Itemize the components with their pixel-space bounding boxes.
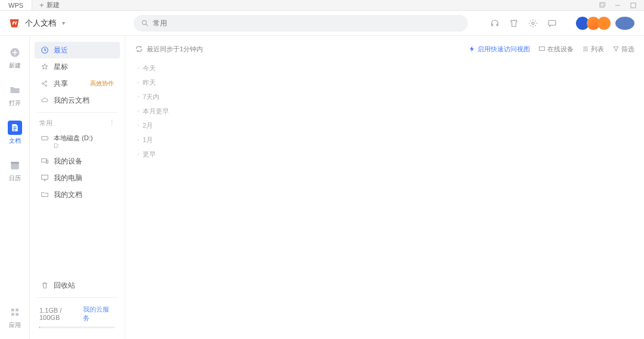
localdisk-sub: D: bbox=[54, 143, 93, 149]
chevron-right-icon: › bbox=[137, 94, 139, 100]
tab-new[interactable]: + 新建 bbox=[32, 0, 67, 10]
user-avatar[interactable] bbox=[614, 16, 636, 31]
svg-rect-7 bbox=[549, 20, 556, 25]
sidebar-group-header: 常用 ⋮ bbox=[32, 116, 122, 130]
plus-circle-icon bbox=[8, 45, 22, 60]
brand-title: 个人文档 bbox=[25, 18, 56, 29]
chevron-right-icon: › bbox=[137, 151, 139, 157]
list-icon bbox=[582, 45, 589, 53]
brand-dropdown-icon[interactable]: ▾ bbox=[62, 20, 65, 26]
window-restore-icon[interactable] bbox=[597, 1, 607, 10]
action-filter[interactable]: 筛选 bbox=[612, 45, 634, 54]
window-titlebar: WPS + 新建 bbox=[0, 0, 644, 11]
topbar: 个人文档 ▾ bbox=[0, 11, 644, 36]
storage-text: 1.1GB / 100GB bbox=[39, 307, 83, 321]
svg-rect-21 bbox=[42, 159, 47, 162]
rail-docs[interactable]: 文档 bbox=[0, 118, 29, 147]
svg-point-6 bbox=[532, 22, 534, 24]
share-badge: 高效协作 bbox=[90, 79, 114, 88]
search-box[interactable] bbox=[134, 15, 468, 32]
time-group-label: 本月更早 bbox=[143, 107, 169, 116]
chevron-right-icon: › bbox=[137, 122, 139, 128]
svg-point-18 bbox=[45, 85, 47, 86]
chevron-right-icon: › bbox=[137, 108, 139, 114]
action-quick-access[interactable]: 启用快速访问视图 bbox=[469, 45, 530, 54]
device-small-icon bbox=[538, 45, 546, 53]
window-controls bbox=[597, 1, 644, 10]
window-maximize-icon[interactable] bbox=[628, 1, 638, 10]
sidebar-devices-label: 我的设备 bbox=[54, 156, 82, 167]
tab-wps[interactable]: WPS bbox=[0, 0, 32, 10]
time-group-label: 昨天 bbox=[143, 78, 156, 87]
svg-point-4 bbox=[142, 20, 146, 24]
left-rail: 新建 打开 文档 日历 应用 bbox=[0, 36, 30, 339]
time-group-row[interactable]: ›2月 bbox=[135, 118, 634, 132]
time-group-row[interactable]: ›昨天 bbox=[135, 75, 634, 90]
folder-docs-icon bbox=[41, 190, 49, 199]
titlebar-tabs: WPS + 新建 bbox=[0, 0, 67, 10]
message-icon[interactable] bbox=[547, 19, 557, 28]
sidebar-item-trash[interactable]: 回收站 bbox=[35, 277, 120, 294]
rail-calendar[interactable]: 日历 bbox=[0, 156, 29, 185]
shirt-icon[interactable] bbox=[509, 19, 519, 28]
svg-rect-13 bbox=[11, 313, 14, 316]
rail-new-label: 新建 bbox=[9, 61, 21, 70]
trash-icon bbox=[41, 281, 49, 289]
search-icon bbox=[141, 19, 149, 27]
sidebar-group-label: 常用 bbox=[39, 119, 53, 128]
more-icon[interactable]: ⋮ bbox=[109, 119, 115, 127]
sidebar-item-share[interactable]: 共享 高效协作 bbox=[35, 75, 120, 92]
sidebar-item-star[interactable]: 星标 bbox=[35, 58, 120, 75]
window-minimize-icon[interactable] bbox=[613, 1, 623, 10]
svg-point-17 bbox=[45, 81, 47, 82]
sidebar-item-localdisk[interactable]: 本地磁盘 (D:) D: bbox=[35, 131, 120, 152]
svg-rect-22 bbox=[46, 160, 48, 163]
time-group-label: 今天 bbox=[143, 64, 156, 73]
top-actions bbox=[490, 16, 636, 31]
svg-rect-24 bbox=[540, 47, 545, 51]
rail-new[interactable]: 新建 bbox=[0, 43, 29, 72]
storage-bar bbox=[39, 326, 115, 328]
search-input[interactable] bbox=[153, 19, 461, 27]
time-group-row[interactable]: ›1月 bbox=[135, 132, 634, 147]
cloud-service-link[interactable]: 我的云服务 bbox=[83, 305, 115, 323]
rail-open[interactable]: 打开 bbox=[0, 81, 29, 110]
main-header: 最近同步于1分钟内 启用快速访问视图 在线设备 列表 筛选 bbox=[135, 42, 634, 56]
clock-icon bbox=[41, 46, 49, 54]
sidebar-item-mydocs[interactable]: 我的文档 bbox=[35, 186, 120, 203]
sync-text: 最近同步于1分钟内 bbox=[147, 45, 203, 54]
time-group-label: 1月 bbox=[143, 135, 153, 144]
sidebar-item-recent[interactable]: 最近 bbox=[35, 42, 120, 58]
search-wrap bbox=[134, 15, 468, 32]
sidebar-item-devices[interactable]: 我的设备 bbox=[35, 153, 120, 170]
svg-rect-11 bbox=[11, 309, 14, 312]
time-group-row[interactable]: ›本月更早 bbox=[135, 104, 634, 118]
chevron-right-icon: › bbox=[137, 137, 139, 143]
rail-apps[interactable]: 应用 bbox=[8, 305, 22, 339]
filter-icon bbox=[612, 45, 620, 53]
sidebar-item-mycloud[interactable]: 我的云文档 bbox=[35, 92, 120, 109]
gear-icon[interactable] bbox=[528, 19, 538, 28]
monitor-icon bbox=[41, 174, 49, 182]
action-list-view[interactable]: 列表 bbox=[582, 45, 604, 54]
localdisk-title: 本地磁盘 (D:) bbox=[54, 134, 93, 143]
svg-rect-14 bbox=[16, 313, 19, 316]
time-group-label: 更早 bbox=[143, 150, 156, 159]
folder-icon bbox=[8, 83, 22, 97]
time-group-row[interactable]: ›更早 bbox=[135, 147, 634, 161]
time-group-row[interactable]: ›7天内 bbox=[135, 90, 634, 104]
headset-icon[interactable] bbox=[490, 19, 500, 28]
main-panel: 最近同步于1分钟内 启用快速访问视图 在线设备 列表 筛选 bbox=[125, 36, 644, 339]
share-icon bbox=[41, 79, 49, 88]
sidebar-computer-label: 我的电脑 bbox=[54, 173, 82, 183]
avatar-group[interactable] bbox=[578, 16, 636, 31]
quick-label: 启用快速访问视图 bbox=[477, 45, 530, 54]
rail-calendar-label: 日历 bbox=[9, 174, 21, 183]
svg-point-16 bbox=[42, 83, 43, 84]
sidebar-item-computer[interactable]: 我的电脑 bbox=[35, 170, 120, 186]
action-online-devices[interactable]: 在线设备 bbox=[538, 45, 574, 54]
brand[interactable]: 个人文档 ▾ bbox=[8, 17, 65, 29]
time-group-row[interactable]: ›今天 bbox=[135, 61, 634, 75]
sync-icon bbox=[135, 45, 143, 53]
rail-docs-label: 文档 bbox=[9, 137, 21, 145]
